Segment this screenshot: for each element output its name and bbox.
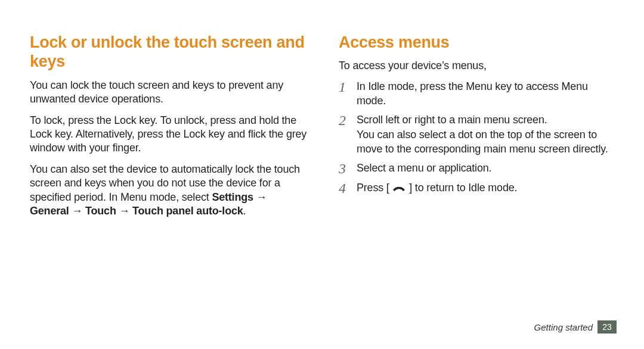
page-footer: Getting started 23	[534, 320, 617, 334]
footer-section-name: Getting started	[534, 322, 593, 332]
left-column: Lock or unlock the touch screen and keys…	[30, 33, 323, 349]
text-run: Select a menu or application.	[357, 162, 491, 174]
step-item: Press [ ] to return to Idle mode.	[339, 180, 617, 195]
text-run: .	[243, 205, 246, 217]
end-call-key-icon	[392, 184, 406, 192]
text-run: Scroll left or right to a main menu scre…	[357, 114, 547, 126]
step-item: Select a menu or application.	[339, 161, 617, 175]
manual-page: Lock or unlock the touch screen and keys…	[0, 0, 644, 349]
body-text: You can lock the touch screen and keys t…	[30, 79, 308, 107]
body-text: To lock, press the Lock key. To unlock, …	[30, 114, 308, 155]
step-item: Scroll left or right to a main menu scre…	[339, 113, 617, 156]
body-text: To access your device’s menus,	[339, 59, 617, 73]
numbered-steps: In Idle mode, press the Menu key to acce…	[339, 79, 617, 195]
step-item: In Idle mode, press the Menu key to acce…	[339, 79, 617, 108]
body-text: You can also set the device to automatic…	[30, 163, 308, 219]
text-run: In Idle mode, press the Menu key to acce…	[357, 80, 588, 107]
right-column: Access menus To access your device’s men…	[323, 33, 617, 349]
footer-page-number: 23	[597, 320, 617, 334]
text-run: You can also select a dot on the top of …	[357, 129, 608, 155]
text-run: ] to return to Idle mode.	[409, 182, 517, 194]
heading-lock-unlock: Lock or unlock the touch screen and keys	[30, 33, 308, 71]
text-run: Press [	[357, 182, 389, 194]
heading-access-menus: Access menus	[339, 33, 617, 52]
